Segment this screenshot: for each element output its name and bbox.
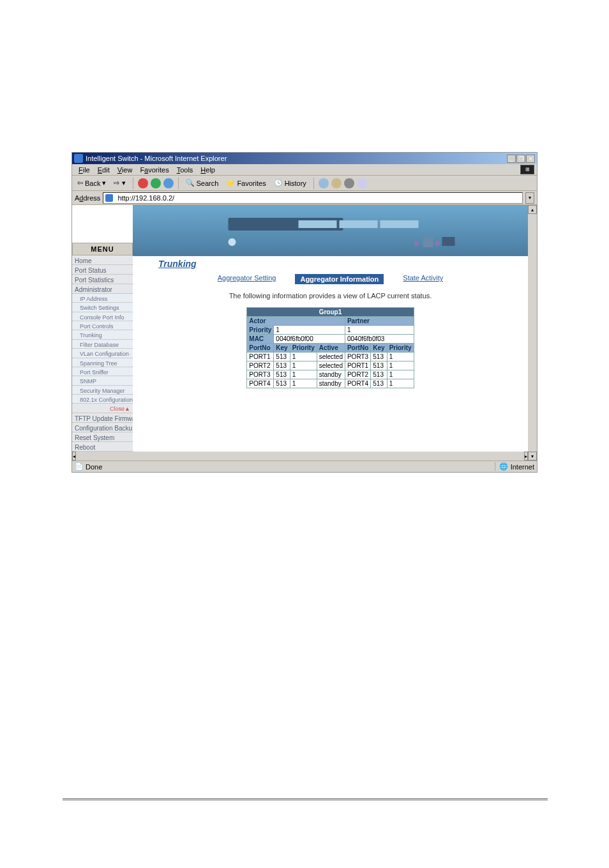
address-input[interactable]: http://192.168.0.2/ xyxy=(103,192,523,204)
svg-point-6 xyxy=(435,241,440,246)
scroll-down-arrow[interactable]: ▾ xyxy=(528,452,537,461)
menu-view[interactable]: View xyxy=(114,165,137,175)
table-cell: PORT1 xyxy=(345,362,370,370)
minimize-button[interactable]: _ xyxy=(507,155,516,163)
menu-edit[interactable]: Edit xyxy=(94,165,114,175)
edit-icon[interactable] xyxy=(344,178,354,188)
table-row: PORT45131standbyPORT45131 xyxy=(247,379,414,388)
stop-icon[interactable] xyxy=(138,178,148,188)
table-cell: 513 xyxy=(371,370,387,379)
sidebar-item-port-status[interactable]: Port Status xyxy=(72,265,133,275)
col-key-p: Key xyxy=(371,344,387,353)
page-icon xyxy=(105,194,113,202)
favorites-button[interactable]: ⭐ Favorites xyxy=(223,179,268,187)
table-cell: PORT2 xyxy=(247,362,274,370)
table-cell: 513 xyxy=(274,353,290,362)
sidebar-sub-snmp[interactable]: SNMP xyxy=(72,376,133,385)
table-cell: PORT3 xyxy=(345,353,370,362)
sidebar-item-tftp-update[interactable]: TFTP Update Firmwa xyxy=(72,413,133,423)
actor-priority: 1 xyxy=(274,326,345,335)
sidebar-sub-console-port-info[interactable]: Console Port Info xyxy=(72,312,133,321)
url-text: http://192.168.0.2/ xyxy=(117,194,174,202)
sidebar-sub-port-controls[interactable]: Port Controls xyxy=(72,321,133,330)
table-cell: 1 xyxy=(387,353,414,362)
tab-aggregator-information[interactable]: Aggregator Information xyxy=(295,274,384,284)
horizontal-scrollbar[interactable]: ◂ ▸ xyxy=(72,452,528,461)
col-priority: Priority xyxy=(290,344,317,353)
ie-window: Intelligent Switch - Microsoft Internet … xyxy=(71,152,538,473)
table-cell: 1 xyxy=(387,370,414,379)
table-cell: 1 xyxy=(290,362,317,370)
discuss-icon[interactable] xyxy=(357,178,367,188)
home-icon[interactable] xyxy=(163,178,174,188)
col-active: Active xyxy=(317,344,345,353)
mail-icon[interactable] xyxy=(319,178,329,188)
actor-header: Actor xyxy=(247,317,345,326)
sidebar-sub-switch-settings[interactable]: Switch Settings xyxy=(72,303,133,312)
tab-aggregator-setting[interactable]: Aggregator Setting xyxy=(218,274,276,284)
sidebar-sub-8021x-configuration[interactable]: 802.1x Configuration xyxy=(72,395,133,404)
svg-rect-7 xyxy=(423,237,433,247)
table-cell: 513 xyxy=(371,379,387,388)
table-cell: standby xyxy=(317,370,345,379)
back-button[interactable]: ⇦ Back ▾ xyxy=(75,179,109,187)
title-bar: Intelligent Switch - Microsoft Internet … xyxy=(72,153,537,164)
sidebar-sub-ip-address[interactable]: IP Address xyxy=(72,294,133,303)
svg-point-5 xyxy=(414,241,419,246)
sidebar-sub-security-manager[interactable]: Security Manager xyxy=(72,386,133,395)
table-row: PORT25131selectedPORT15131 xyxy=(247,362,414,370)
table-cell: standby xyxy=(317,379,345,388)
trunking-title: Trunking xyxy=(158,259,197,269)
partner-priority: 1 xyxy=(345,326,414,335)
sidebar-sub-vlan-configuration[interactable]: VLan Configuration xyxy=(72,349,133,358)
sidebar-item-administrator[interactable]: Administrator xyxy=(72,284,133,294)
refresh-icon[interactable] xyxy=(151,178,161,188)
forward-button[interactable]: ⇨ ▾ xyxy=(111,179,128,187)
vertical-scrollbar[interactable]: ▴ ▾ xyxy=(528,205,537,461)
sidebar-sub-port-sniffer[interactable]: Port Sniffer xyxy=(72,367,133,376)
sidebar-item-port-statistics[interactable]: Port Statistics xyxy=(72,275,133,284)
history-button[interactable]: 🕓 History xyxy=(271,179,309,187)
menu-file[interactable]: File xyxy=(75,165,94,175)
info-description: The following information provides a vie… xyxy=(133,292,528,300)
table-cell: 513 xyxy=(371,362,387,370)
page-title: Trunking xyxy=(158,259,528,269)
table-cell: 513 xyxy=(274,370,290,379)
table-row: PORT35131standbyPORT25131 xyxy=(247,370,414,379)
address-label: Address xyxy=(75,194,100,202)
table-cell: 1 xyxy=(387,379,414,388)
menu-favorites[interactable]: Favorites xyxy=(136,165,172,175)
sidebar-sub-filter-database[interactable]: Filter Database xyxy=(72,340,133,349)
mac-label: MAC xyxy=(247,335,274,344)
print-icon[interactable] xyxy=(331,178,342,188)
sidebar-item-reset-system[interactable]: Reset System xyxy=(72,432,133,442)
close-button[interactable]: ✕ xyxy=(526,155,535,163)
menu-tools[interactable]: Tools xyxy=(173,165,197,175)
svg-rect-8 xyxy=(442,237,455,246)
content-pane: MENU Home Port Status Port Statistics Ad… xyxy=(72,205,537,461)
separator xyxy=(178,178,179,189)
menu-help[interactable]: Help xyxy=(197,165,219,175)
page-icon: 📄 xyxy=(75,462,84,471)
maximize-button[interactable]: ❐ xyxy=(516,155,525,163)
sidebar-item-reboot[interactable]: Reboot xyxy=(72,442,133,452)
sidebar-sub-trunking[interactable]: Trunking xyxy=(72,330,133,339)
switch-banner xyxy=(133,205,528,256)
windows-flag-icon: ⊞ xyxy=(520,165,534,174)
table-cell: 1 xyxy=(387,362,414,370)
switch-image-icon xyxy=(146,211,515,250)
separator xyxy=(313,178,314,189)
priority-label: Priority xyxy=(247,326,274,335)
tab-state-activity[interactable]: State Activity xyxy=(403,274,443,284)
sidebar-sub-spanning-tree[interactable]: Spanning Tree xyxy=(72,358,133,367)
search-button[interactable]: 🔍 Search xyxy=(183,179,222,187)
sidebar-close[interactable]: Close▲ xyxy=(72,404,133,413)
scroll-up-arrow[interactable]: ▴ xyxy=(528,205,537,214)
status-zone: Internet xyxy=(511,463,534,471)
separator xyxy=(133,178,133,189)
address-dropdown-button[interactable]: ▾ xyxy=(525,192,534,204)
table-cell: selected xyxy=(317,353,345,362)
table-cell: 1 xyxy=(290,353,317,362)
sidebar-item-config-backup[interactable]: Configuration Backu xyxy=(72,423,133,432)
sidebar-item-home[interactable]: Home xyxy=(72,255,133,265)
